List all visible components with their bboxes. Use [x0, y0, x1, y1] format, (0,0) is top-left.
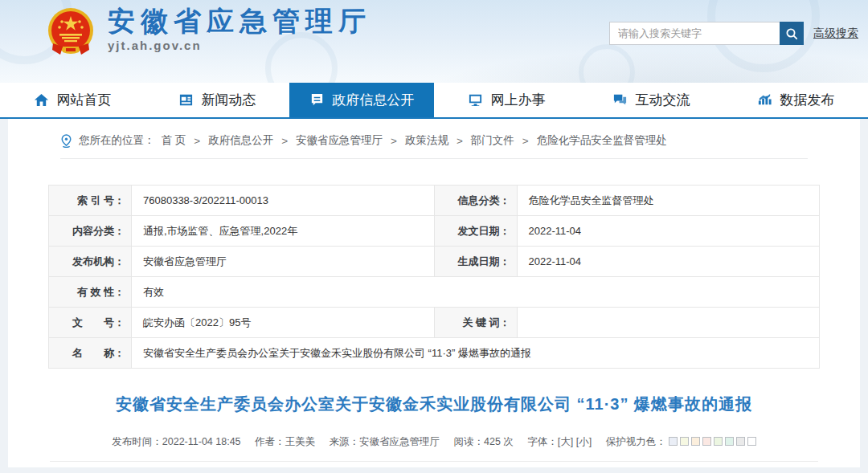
- breadcrumb: 您所在的位置：首 页 > 政府信息公开 > 安徽省应急管理厅 > 政策法规 > …: [8, 119, 860, 148]
- eye-color-swatch[interactable]: [702, 437, 711, 446]
- field-value-validity: 有效: [132, 277, 820, 308]
- field-value-info-category: 危险化学品安全监督管理处: [517, 186, 820, 216]
- nav-item-home[interactable]: 网站首页: [0, 83, 145, 117]
- breadcrumb-divider: [60, 158, 808, 159]
- breadcrumb-separator: >: [522, 135, 529, 147]
- nav-label: 新闻动态: [202, 91, 256, 109]
- field-label-publisher: 发布机构：: [49, 247, 132, 277]
- field-label-index-no: 索 引 号：: [49, 186, 132, 216]
- table-row: 文 号： 皖安办函〔2022〕95号 关 键 词：: [49, 308, 820, 338]
- field-value-issue-date: 2022-11-04: [517, 216, 820, 247]
- view-count: 阅读：425 次: [454, 436, 514, 447]
- nav-label: 网上办事: [491, 91, 546, 109]
- breadcrumb-item-home[interactable]: 首 页: [162, 133, 186, 148]
- table-row: 名 称： 安徽省安全生产委员会办公室关于安徽金禾实业股份有限公司 “11·3” …: [49, 338, 820, 369]
- article-meta: 发布时间：2022-11-04 18:45 作者：王美美 来源：安徽省应急管理厅…: [8, 435, 860, 449]
- site-title: 安徽省应急管理厅: [108, 5, 371, 37]
- document-icon: [309, 92, 325, 108]
- field-label-keywords: 关 键 词：: [434, 308, 517, 338]
- breadcrumb-item-dept[interactable]: 安徽省应急管理厅: [296, 133, 383, 148]
- monitor-icon: [468, 92, 483, 108]
- site-header: 安徽省应急管理厅 yjt.ah.gov.cn 高级搜索: [0, 0, 868, 83]
- nav-label: 互动交流: [636, 91, 690, 109]
- field-label-doc-name: 名 称：: [49, 338, 132, 369]
- table-row: 索 引 号： 76080338-3/202211-00013 信息分类： 危险化…: [49, 186, 820, 216]
- main-nav: 网站首页 新闻动态 政府信息公开 网上办事 互动交流 数据发布: [0, 83, 868, 119]
- search-icon: [785, 27, 798, 40]
- eye-color-swatch[interactable]: [691, 437, 700, 446]
- document-info-table: 索 引 号： 76080338-3/202211-00013 信息分类： 危险化…: [48, 185, 820, 369]
- content-divider: [50, 461, 818, 462]
- eye-color-swatch[interactable]: [725, 437, 734, 446]
- china-national-emblem-icon: [45, 6, 96, 58]
- chat-icon: [612, 92, 628, 108]
- field-label-issue-date: 发文日期：: [434, 216, 517, 247]
- table-row: 有 效 性： 有效: [49, 277, 820, 308]
- eye-color-swatch[interactable]: [714, 437, 723, 446]
- eye-color-squares: [666, 436, 756, 447]
- nav-label: 政府信息公开: [333, 91, 415, 109]
- eye-color-swatch[interactable]: [747, 437, 756, 446]
- field-value-index-no: 76080338-3/202211-00013: [132, 186, 435, 216]
- site-url: yjt.ah.gov.cn: [108, 39, 371, 52]
- home-icon: [34, 92, 49, 108]
- table-row: 内容分类： 通报,市场监管、应急管理,2022年 发文日期： 2022-11-0…: [49, 216, 820, 247]
- search-bar: 高级搜索: [609, 22, 858, 45]
- breadcrumb-item-hazchem[interactable]: 危险化学品安全监督管理处: [537, 133, 667, 148]
- field-value-doc-number: 皖安办函〔2022〕95号: [132, 308, 435, 338]
- field-value-doc-name: 安徽省安全生产委员会办公室关于安徽金禾实业股份有限公司 “11·3” 爆燃事故的…: [132, 338, 820, 369]
- font-size-control: 字体：[大] [小]: [527, 436, 592, 447]
- breadcrumb-prefix: 您所在的位置：: [79, 133, 155, 148]
- advanced-search-link[interactable]: 高级搜索: [813, 27, 858, 41]
- field-value-publisher: 安徽省应急管理厅: [132, 247, 435, 277]
- location-pin-icon: [60, 134, 72, 148]
- content-card: 您所在的位置：首 页 > 政府信息公开 > 安徽省应急管理厅 > 政策法规 > …: [8, 119, 860, 467]
- breadcrumb-item-gov-info[interactable]: 政府信息公开: [208, 133, 273, 148]
- nav-item-news[interactable]: 新闻动态: [145, 83, 289, 117]
- breadcrumb-separator: >: [391, 135, 397, 147]
- site-logo[interactable]: 安徽省应急管理厅 yjt.ah.gov.cn: [45, 5, 371, 58]
- nav-item-data[interactable]: 数据发布: [723, 83, 868, 117]
- field-label-doc-number: 文 号：: [49, 308, 132, 338]
- eye-color-swatch[interactable]: [669, 437, 678, 446]
- search-button[interactable]: [780, 22, 804, 45]
- source: 来源：安徽省应急管理厅: [330, 436, 440, 447]
- article-title: 安徽省安全生产委员会办公室关于安徽金禾实业股份有限公司 “11·3” 爆燃事故的…: [8, 393, 860, 415]
- font-size-label: 字体：: [527, 436, 558, 447]
- eye-color-swatch[interactable]: [680, 437, 689, 446]
- eye-protect-label: 保护视力色：: [606, 436, 666, 447]
- nav-item-gov-info[interactable]: 政府信息公开: [289, 83, 434, 117]
- breadcrumb-separator: >: [457, 135, 463, 147]
- nav-item-online-service[interactable]: 网上办事: [434, 83, 579, 117]
- breadcrumb-separator: >: [281, 135, 288, 147]
- nav-label: 数据发布: [780, 91, 835, 109]
- eye-protect-control: 保护视力色：: [606, 436, 756, 447]
- eye-color-swatch[interactable]: [736, 437, 745, 446]
- mountain-decoration: [418, 49, 868, 83]
- field-label-info-category: 信息分类：: [434, 186, 517, 216]
- field-label-content-category: 内容分类：: [49, 216, 132, 247]
- nav-item-interaction[interactable]: 互动交流: [579, 83, 723, 117]
- field-value-content-category: 通报,市场监管、应急管理,2022年: [132, 216, 435, 247]
- table-row: 发布机构： 安徽省应急管理厅 生成日期： 2022-11-04: [49, 247, 820, 277]
- chart-icon: [757, 92, 772, 108]
- breadcrumb-separator: >: [194, 135, 200, 147]
- news-icon: [178, 92, 194, 108]
- search-input[interactable]: [609, 22, 780, 45]
- font-large-button[interactable]: [大]: [558, 436, 573, 447]
- field-label-validity: 有 效 性：: [49, 277, 132, 308]
- field-label-create-date: 生成日期：: [434, 247, 517, 277]
- breadcrumb-item-files[interactable]: 部门文件: [471, 133, 514, 148]
- nav-label: 网站首页: [57, 91, 112, 109]
- publish-time: 发布时间：2022-11-04 18:45: [112, 436, 240, 447]
- font-small-button[interactable]: [小]: [576, 436, 592, 447]
- breadcrumb-item-policy[interactable]: 政策法规: [405, 133, 448, 148]
- author: 作者：王美美: [255, 436, 315, 447]
- field-value-keywords: [517, 308, 820, 338]
- field-value-create-date: 2022-11-04: [517, 247, 820, 277]
